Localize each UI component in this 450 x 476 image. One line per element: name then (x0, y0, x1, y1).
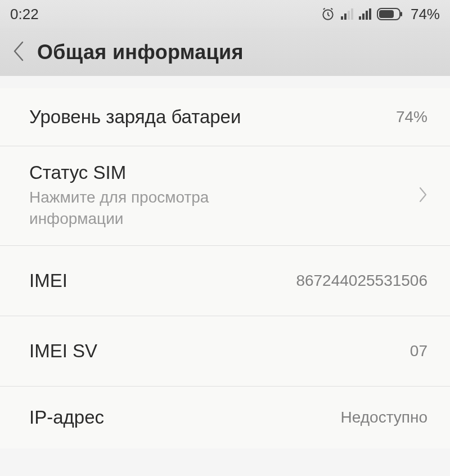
row-imei-sv[interactable]: IMEI SV 07 (0, 316, 450, 387)
svg-rect-10 (379, 10, 394, 18)
svg-rect-1 (341, 16, 343, 20)
settings-list: Уровень заряда батареи 74% Статус SIM На… (0, 88, 450, 448)
row-battery-level[interactable]: Уровень заряда батареи 74% (0, 88, 450, 146)
signal-2-icon (359, 8, 371, 20)
alarm-icon (321, 7, 335, 21)
status-indicators: 74% (321, 6, 440, 23)
chevron-right-icon (418, 186, 428, 205)
svg-rect-3 (348, 11, 350, 20)
svg-rect-8 (369, 8, 371, 20)
svg-rect-7 (366, 11, 368, 20)
row-sim-status[interactable]: Статус SIM Нажмите для просмотра информа… (0, 146, 450, 246)
svg-rect-5 (359, 16, 361, 20)
svg-rect-4 (351, 8, 353, 20)
row-value: 74% (396, 108, 428, 126)
row-label: IP-адрес (29, 407, 341, 428)
header: Общая информация (0, 28, 450, 76)
svg-rect-11 (400, 12, 402, 16)
back-icon[interactable] (12, 41, 25, 64)
row-imei[interactable]: IMEI 867244025531506 (0, 246, 450, 316)
row-label: IMEI (29, 270, 296, 291)
row-label: Статус SIM (29, 162, 407, 183)
page-title: Общая информация (37, 41, 244, 64)
row-ip-address[interactable]: IP-адрес Недоступно (0, 387, 450, 448)
svg-rect-6 (362, 14, 364, 20)
row-subtitle: Нажмите для просмотра информации (29, 187, 282, 230)
row-label: IMEI SV (29, 340, 410, 362)
svg-rect-2 (344, 14, 346, 20)
row-label: Уровень заряда батареи (29, 106, 396, 128)
status-battery-percent: 74% (411, 6, 440, 23)
battery-icon (377, 8, 403, 20)
row-value: 867244025531506 (296, 272, 428, 290)
row-value: Недоступно (341, 408, 428, 426)
status-bar: 0:22 (0, 0, 450, 28)
row-value: 07 (410, 342, 428, 360)
signal-1-icon (341, 8, 353, 20)
status-time: 0:22 (10, 6, 39, 23)
